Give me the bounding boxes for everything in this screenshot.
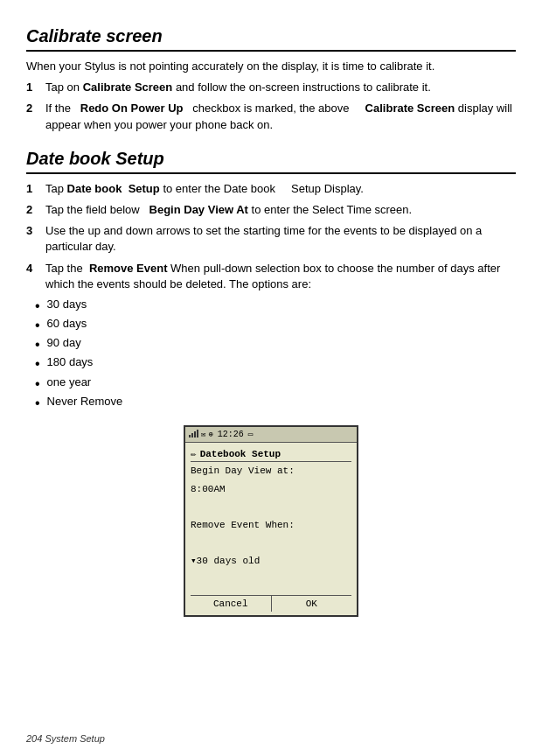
calibrate-section: Calibrate screen When your Stylus is not… (26, 26, 516, 133)
device-mockup: ✉ ⊕ 12:26 ▭ ✏ Datebook Setup Begin Day V… (184, 425, 358, 617)
bullet-text: 60 days (47, 317, 87, 330)
bullet-text: Never Remove (47, 395, 123, 408)
device-row-empty (191, 570, 351, 588)
device-footer[interactable]: Cancel OK (191, 595, 351, 612)
datebook-step-num-2: 2 (26, 202, 42, 218)
step-number-2: 2 (26, 101, 42, 116)
datebook-step-4: 4 Tap the Remove Event When pull-down se… (26, 261, 516, 292)
device-titlebar: ✏ Datebook Setup (191, 446, 351, 462)
bullet-dot: • (35, 317, 40, 333)
remove-event-bold: Remove Event (89, 262, 168, 275)
device-row-4: Remove Event When: (191, 516, 351, 535)
bullet-dot: • (35, 336, 40, 353)
step-number-1: 1 (26, 80, 42, 95)
datebook-step-1: 1 Tap Date book Setup to enter the Date … (26, 181, 516, 197)
datebook-step-2-text: Tap the field below Begin Day View At to… (45, 202, 516, 218)
list-item: • Never Remove (35, 395, 516, 411)
datebook-step-3-text: Use the up and down arrows to set the st… (45, 223, 516, 255)
bullet-list: • 30 days • 60 days • 90 day • 180 days … (35, 298, 516, 411)
calibrate-step-1: 1 Tap on Calibrate Screen and follow the… (26, 80, 516, 95)
bullet-dot: • (35, 355, 40, 372)
datebook-step-3: 3 Use the up and down arrows to set the … (26, 223, 516, 255)
title-icon: ✏ (191, 448, 197, 459)
device-row-6: ▾30 days old (191, 552, 351, 570)
bullet-dot: • (35, 298, 40, 314)
list-item: • 90 day (35, 336, 516, 353)
bullet-text: one year (47, 375, 92, 388)
bullet-text: 30 days (47, 298, 87, 311)
bullet-dot: • (35, 375, 40, 392)
device-row-3 (191, 498, 351, 516)
begin-day-view-bold: Begin Day View At (149, 203, 248, 216)
device-body: ✏ Datebook Setup Begin Day View at: 8:00… (185, 443, 357, 615)
calibrate-screen-bold-2: Calibrate Screen (365, 102, 455, 115)
calibrate-step-2: 2 If the Redo On Power Up checkbox is ma… (26, 101, 516, 132)
bullet-text: 90 day (47, 336, 81, 349)
list-item: • 60 days (35, 317, 516, 333)
calibrate-intro: When your Stylus is not pointing accurat… (26, 59, 516, 74)
datebook-step-4-text: Tap the Remove Event When pull-down sele… (45, 261, 516, 292)
date-book-setup-bold: Date book Setup (67, 182, 160, 195)
datebook-title: Date book Setup (26, 149, 516, 169)
datebook-divider (26, 172, 516, 174)
device-time: 12:26 (218, 430, 244, 439)
cancel-button[interactable]: Cancel (191, 596, 272, 612)
datebook-step-2: 2 Tap the field below Begin Day View At … (26, 202, 516, 218)
page-footer: 204 System Setup (26, 733, 105, 744)
datebook-section: Date book Setup 1 Tap Date book Setup to… (26, 149, 516, 617)
mail-icon: ✉ (201, 430, 205, 439)
list-item: • one year (35, 375, 516, 392)
device-row-1: Begin Day View at: (191, 462, 351, 480)
bullet-text: 180 days (47, 355, 94, 368)
device-title: Datebook Setup (200, 449, 281, 459)
battery-icon: ▭ (248, 430, 253, 439)
device-row-2: 8:00AM (191, 480, 351, 499)
datebook-step-1-text: Tap Date book Setup to enter the Date bo… (45, 181, 516, 197)
calibrate-screen-bold-1: Calibrate Screen (83, 80, 173, 94)
settings-icon: ⊕ (208, 430, 212, 439)
list-item: • 30 days (35, 298, 516, 314)
signal-bars-icon (189, 429, 198, 440)
calibrate-step-1-text: Tap on Calibrate Screen and follow the o… (45, 80, 516, 95)
datebook-step-num-1: 1 (26, 181, 42, 197)
ok-button[interactable]: OK (272, 596, 352, 612)
datebook-step-num-3: 3 (26, 223, 42, 239)
redo-on-power-up-bold: Redo On Power Up (80, 102, 184, 115)
device-row-5 (191, 534, 351, 552)
calibrate-step-2-text: If the Redo On Power Up checkbox is mark… (45, 101, 516, 132)
datebook-step-num-4: 4 (26, 261, 42, 276)
calibrate-title: Calibrate screen (26, 26, 516, 46)
list-item: • 180 days (35, 355, 516, 372)
device-statusbar: ✉ ⊕ 12:26 ▭ (185, 427, 357, 443)
calibrate-divider (26, 50, 516, 52)
bullet-dot: • (35, 395, 40, 411)
